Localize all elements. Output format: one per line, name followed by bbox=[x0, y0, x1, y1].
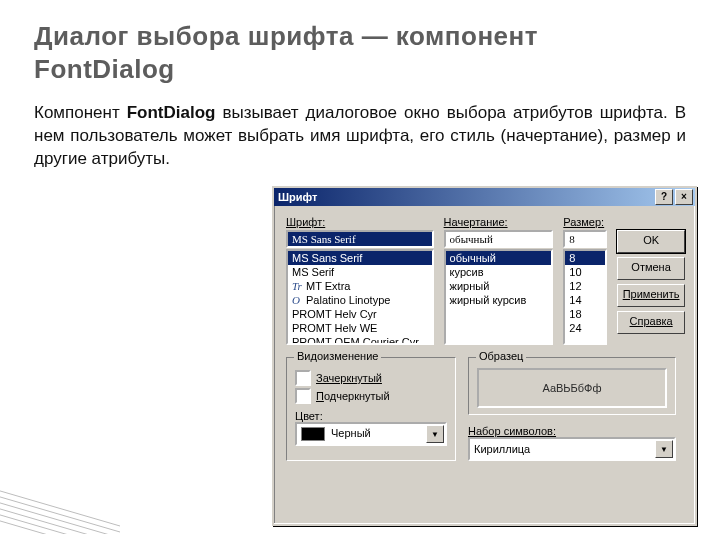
list-item[interactable]: 24 bbox=[565, 321, 605, 335]
checkbox-icon bbox=[295, 370, 311, 386]
apply-button[interactable]: Применить bbox=[617, 284, 685, 307]
checkbox-icon bbox=[295, 388, 311, 404]
color-swatch bbox=[301, 427, 325, 441]
chevron-down-icon: ▼ bbox=[426, 425, 444, 443]
decor-lines bbox=[0, 482, 120, 534]
list-item[interactable]: жирный bbox=[446, 279, 552, 293]
cancel-button[interactable]: Отмена bbox=[617, 257, 685, 280]
list-item[interactable]: 18 bbox=[565, 307, 605, 321]
help-ref-button[interactable]: Справка bbox=[617, 311, 685, 334]
style-input[interactable] bbox=[444, 230, 554, 248]
list-item[interactable]: PROMT Helv Cyr bbox=[288, 307, 432, 321]
font-label: Шрифт: bbox=[286, 216, 434, 228]
list-item[interactable]: жирный курсив bbox=[446, 293, 552, 307]
strike-checkbox[interactable]: Зачеркнутый bbox=[295, 370, 447, 386]
color-label: Цвет: bbox=[295, 410, 323, 422]
list-item[interactable]: 8 bbox=[565, 251, 605, 265]
font-input[interactable] bbox=[286, 230, 434, 248]
sample-group: Образец АаВЬБбФф bbox=[468, 357, 676, 415]
svg-line-2 bbox=[0, 500, 120, 534]
list-item[interactable]: обычный bbox=[446, 251, 552, 265]
ok-button[interactable]: OK bbox=[617, 230, 685, 253]
list-item[interactable]: 10 bbox=[565, 265, 605, 279]
titlebar[interactable]: Шрифт ? × bbox=[274, 188, 695, 206]
color-combo[interactable]: Черный ▼ bbox=[295, 422, 447, 446]
slide-body: Компонент FontDialog вызывает диалоговое… bbox=[34, 102, 686, 171]
list-item[interactable]: 14 bbox=[565, 293, 605, 307]
style-listbox[interactable]: обычный курсив жирный жирный курсив bbox=[444, 249, 554, 345]
close-button[interactable]: × bbox=[675, 189, 693, 205]
list-item[interactable]: MS Serif bbox=[288, 265, 432, 279]
charset-label: Набор символов: bbox=[468, 425, 556, 437]
effects-group: Видоизменение Зачеркнутый Подчеркнутый Ц… bbox=[286, 357, 456, 461]
size-label: Размер: bbox=[563, 216, 607, 228]
font-dialog-window: Шрифт ? × Шрифт: MS Sans Serif MS Serif … bbox=[272, 186, 697, 526]
size-listbox[interactable]: 8 10 12 14 18 24 bbox=[563, 249, 607, 345]
style-label: Начертание: bbox=[444, 216, 554, 228]
list-item[interactable]: TrMT Extra bbox=[288, 279, 432, 293]
underline-checkbox[interactable]: Подчеркнутый bbox=[295, 388, 447, 404]
slide-title-a: Диалог выбора шрифта — компонент bbox=[34, 21, 538, 51]
help-button[interactable]: ? bbox=[655, 189, 673, 205]
svg-line-4 bbox=[0, 512, 120, 534]
sample-preview: АаВЬБбФф bbox=[477, 368, 667, 408]
list-item[interactable]: PROMT Helv WE bbox=[288, 321, 432, 335]
size-input[interactable] bbox=[563, 230, 607, 248]
list-item[interactable]: PROMT OEM Courier Cyr bbox=[288, 335, 432, 345]
chevron-down-icon: ▼ bbox=[655, 440, 673, 458]
slide-title: Диалог выбора шрифта — компонент FontDia… bbox=[34, 20, 686, 85]
font-listbox[interactable]: MS Sans Serif MS Serif TrMT Extra OPalat… bbox=[286, 249, 434, 345]
list-item[interactable]: OPalatino Linotype bbox=[288, 293, 432, 307]
list-item[interactable]: курсив bbox=[446, 265, 552, 279]
effects-caption: Видоизменение bbox=[294, 350, 381, 362]
sample-caption: Образец bbox=[476, 350, 526, 362]
list-item[interactable]: MS Sans Serif bbox=[288, 251, 432, 265]
window-title: Шрифт bbox=[278, 191, 653, 203]
charset-combo[interactable]: Кириллица ▼ bbox=[468, 437, 676, 461]
slide-title-b: FontDialog bbox=[34, 54, 175, 84]
list-item[interactable]: 12 bbox=[565, 279, 605, 293]
